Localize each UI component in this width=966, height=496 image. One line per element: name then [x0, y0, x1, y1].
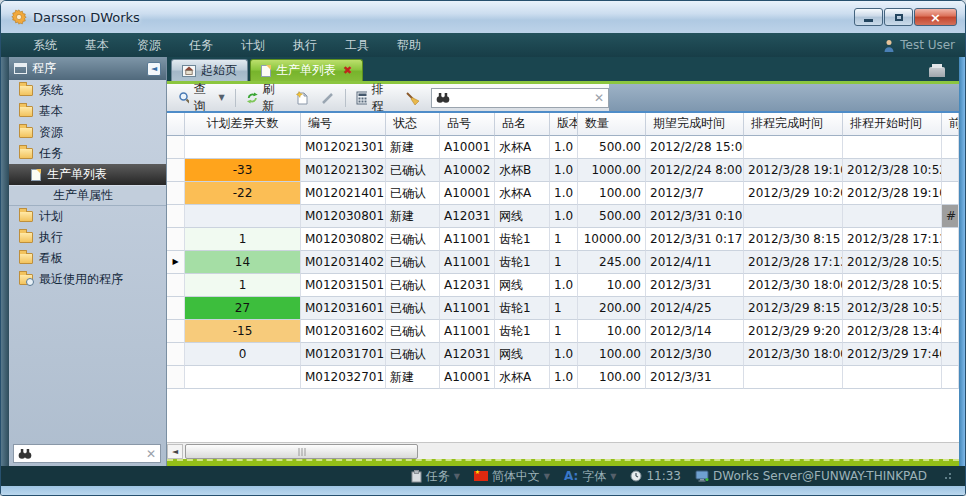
printer-icon[interactable]: [929, 67, 945, 77]
cell-extra[interactable]: [942, 136, 959, 159]
cell-sched_start[interactable]: [843, 366, 942, 389]
clean-button[interactable]: [400, 89, 425, 107]
cell-sched_end[interactable]: [744, 205, 843, 228]
cell-item_no[interactable]: A12031: [440, 274, 495, 297]
cell-sched_end[interactable]: [744, 366, 843, 389]
cell-item_no[interactable]: A12031: [440, 343, 495, 366]
cell-code[interactable]: M012031601: [301, 297, 386, 320]
row-selector[interactable]: [167, 182, 185, 205]
row-selector[interactable]: [167, 343, 185, 366]
cell-qty[interactable]: 100.00: [578, 343, 646, 366]
cell-item_no[interactable]: A11001: [440, 251, 495, 274]
column-header-code[interactable]: 编号: [301, 113, 386, 136]
cell-status[interactable]: 已确认: [386, 228, 440, 251]
cell-sched_start[interactable]: 2012/3/29 17:46: [843, 343, 942, 366]
menu-item-6[interactable]: 工具: [331, 33, 383, 57]
cell-item_name[interactable]: 水杯A: [495, 182, 550, 205]
cell-sched_start[interactable]: 2012/3/28 13:40: [843, 320, 942, 343]
cell-expect[interactable]: 2012/2/24 8:00: [646, 159, 744, 182]
table-row[interactable]: M012030801新建A12031网线1.0500.002012/3/31 0…: [167, 205, 959, 228]
cell-item_name[interactable]: 齿轮1: [495, 320, 550, 343]
user-area[interactable]: Test User: [883, 33, 955, 57]
cell-qty[interactable]: 10000.00: [578, 228, 646, 251]
row-selector[interactable]: [167, 274, 185, 297]
cell-expect[interactable]: 2012/3/31 0:17: [646, 228, 744, 251]
cell-code[interactable]: M012030802: [301, 228, 386, 251]
cell-sched_end[interactable]: 2012/3/30 18:00: [744, 274, 843, 297]
cell-item_no[interactable]: A11001: [440, 228, 495, 251]
column-header-item_name[interactable]: 品名: [495, 113, 550, 136]
cell-code[interactable]: M012021302: [301, 159, 386, 182]
cell-item_name[interactable]: 齿轮1: [495, 251, 550, 274]
sidebar-item-plan[interactable]: 计划: [9, 206, 166, 227]
cell-diff[interactable]: [185, 205, 301, 228]
cell-sched_start[interactable]: 2012/3/28 10:52: [843, 251, 942, 274]
table-row[interactable]: ▶14M012031402已确认A11001齿轮11245.002012/4/1…: [167, 251, 959, 274]
cell-version[interactable]: 1.0: [550, 274, 578, 297]
cell-qty[interactable]: 1000.00: [578, 159, 646, 182]
table-row[interactable]: 27M012031601已确认A11001齿轮11200.002012/4/25…: [167, 297, 959, 320]
cell-expect[interactable]: 2012/3/31 0:10: [646, 205, 744, 228]
new-button[interactable]: [291, 89, 314, 107]
scrollbar-thumb[interactable]: [185, 444, 418, 459]
column-header-extra[interactable]: 前: [942, 113, 959, 136]
cell-qty[interactable]: 200.00: [578, 297, 646, 320]
cell-version[interactable]: 1: [550, 251, 578, 274]
table-row[interactable]: -22M012021401已确认A10001水杯A1.0100.002012/3…: [167, 182, 959, 205]
cell-status[interactable]: 新建: [386, 205, 440, 228]
menu-item-2[interactable]: 资源: [123, 33, 175, 57]
edit-button[interactable]: [316, 89, 340, 107]
cell-sched_end[interactable]: [744, 136, 843, 159]
resize-grip[interactable]: [945, 473, 951, 479]
sidebar-item-kanban[interactable]: 看板: [9, 248, 166, 269]
cell-qty[interactable]: 245.00: [578, 251, 646, 274]
cell-version[interactable]: 1.0: [550, 159, 578, 182]
cell-qty[interactable]: 500.00: [578, 136, 646, 159]
menu-item-4[interactable]: 计划: [227, 33, 279, 57]
cell-status[interactable]: 已确认: [386, 159, 440, 182]
tasks-dropdown-icon[interactable]: ▼: [454, 472, 460, 481]
cell-diff[interactable]: 27: [185, 297, 301, 320]
menu-item-7[interactable]: 帮助: [383, 33, 435, 57]
table-row[interactable]: M012032701新建A10001水杯A1.0100.002012/3/31: [167, 366, 959, 389]
cell-sched_start[interactable]: [843, 205, 942, 228]
cell-sched_start[interactable]: 2012/3/28 10:52: [843, 274, 942, 297]
cell-expect[interactable]: 2012/3/31: [646, 366, 744, 389]
column-header-sched_end[interactable]: 排程完成时间: [744, 113, 843, 136]
cell-version[interactable]: 1.0: [550, 136, 578, 159]
table-row[interactable]: 1M012031501已确认A12031网线1.010.002012/3/312…: [167, 274, 959, 297]
cell-item_name[interactable]: 网线: [495, 205, 550, 228]
cell-item_no[interactable]: A10002: [440, 159, 495, 182]
horizontal-scrollbar[interactable]: ◄: [167, 442, 959, 459]
sidebar-item-system[interactable]: 系统: [9, 80, 166, 101]
cell-expect[interactable]: 2012/3/7: [646, 182, 744, 205]
cell-code[interactable]: M012032701: [301, 366, 386, 389]
menu-item-5[interactable]: 执行: [279, 33, 331, 57]
cell-item_name[interactable]: 水杯A: [495, 366, 550, 389]
cell-status[interactable]: 已确认: [386, 182, 440, 205]
font-dropdown-icon[interactable]: ▼: [610, 472, 616, 481]
cell-item_name[interactable]: 齿轮1: [495, 228, 550, 251]
language-menu[interactable]: 简体中文 ▼: [474, 468, 550, 485]
font-menu[interactable]: A: 字体 ▼: [564, 468, 616, 485]
cell-code[interactable]: M012031402: [301, 251, 386, 274]
restore-button[interactable]: [884, 8, 913, 26]
cell-sched_end[interactable]: 2012/3/29 10:20: [744, 182, 843, 205]
cell-qty[interactable]: 100.00: [578, 182, 646, 205]
column-header-expect[interactable]: 期望完成时间: [646, 113, 744, 136]
cell-extra[interactable]: [942, 228, 959, 251]
row-selector[interactable]: [167, 159, 185, 182]
cell-item_no[interactable]: A11001: [440, 320, 495, 343]
row-selector[interactable]: [167, 136, 185, 159]
cell-version[interactable]: 1.0: [550, 205, 578, 228]
cell-qty[interactable]: 10.00: [578, 274, 646, 297]
cell-expect[interactable]: 2012/3/31: [646, 274, 744, 297]
column-header-version[interactable]: 版本: [550, 113, 578, 136]
scroll-left-arrow[interactable]: ◄: [167, 444, 183, 459]
row-selector-arrow[interactable]: ▶: [167, 251, 185, 274]
cell-version[interactable]: 1.0: [550, 366, 578, 389]
cell-extra[interactable]: [942, 343, 959, 366]
tab-production-order-list[interactable]: 生产单列表✖: [250, 59, 363, 81]
row-selector[interactable]: [167, 205, 185, 228]
cell-status[interactable]: 新建: [386, 366, 440, 389]
